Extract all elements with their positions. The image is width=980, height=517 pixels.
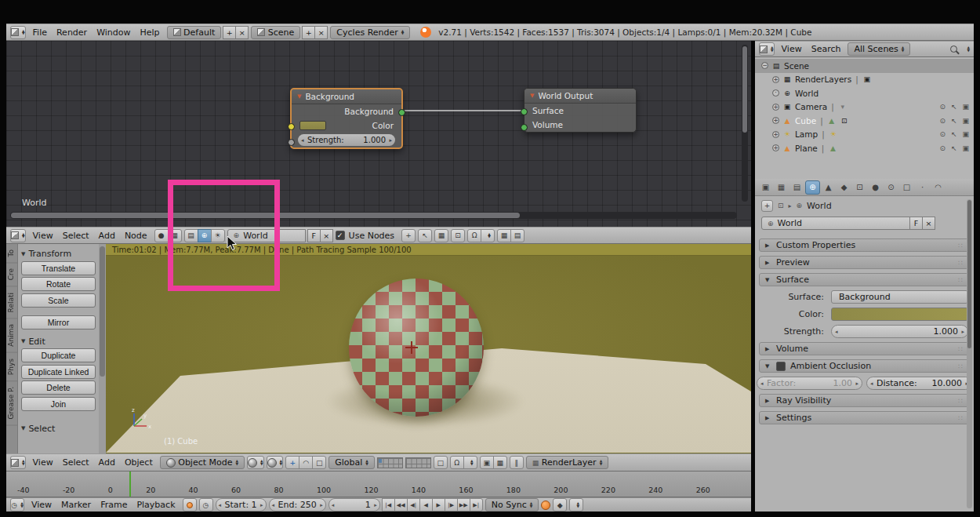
tree-item-label[interactable]: Plane [795,144,818,153]
ao-distance-slider[interactable]: Distance:10.000 [866,377,972,390]
filter-selector-icon[interactable] [967,46,970,52]
surface-input-socket[interactable] [521,108,528,115]
delete-scene-button[interactable]: × [314,26,328,39]
tool-shelf-tab[interactable]: Phys [6,353,17,381]
panel-ray-visibility[interactable]: ▶Ray Visibility∷ [759,394,970,407]
ao-factor-slider[interactable]: Factor:1.00 [757,377,862,390]
transport-button[interactable]: |▶ [445,498,458,512]
snap-element-selector[interactable] [463,456,477,469]
transport-button[interactable]: ◀◀ [394,498,408,512]
restrict-render-icon[interactable]: ▣ [962,144,969,152]
world-color-swatch[interactable] [831,308,968,321]
translate-manipulator-icon[interactable]: + [285,456,299,469]
rotate-manipulator-icon[interactable]: ◠ [299,456,313,469]
editor-type-button[interactable] [10,456,26,469]
menu-item[interactable]: Window [92,27,135,38]
volume-input-socket[interactable] [521,124,528,131]
scrollbar-thumb[interactable] [100,246,105,377]
tab-material[interactable]: ⊙ [884,180,898,195]
transport-button[interactable]: |◀ [382,498,395,512]
tree-item-label[interactable]: RenderLayers [795,75,851,84]
menu-item[interactable]: View [777,43,807,55]
snap-target-selector[interactable] [481,229,495,242]
background-node-header[interactable]: ▼ Background [292,89,401,104]
expand-icon[interactable]: + [772,117,779,124]
unlink-button[interactable]: × [922,217,935,230]
menu-item[interactable]: Select [58,230,94,242]
tool-button[interactable]: Translate [21,261,96,275]
menu-item[interactable]: Frame [96,499,132,511]
tab-render[interactable]: ▣ [758,180,773,195]
restrict-select-icon[interactable]: ↖ [951,144,957,152]
transform-section-header[interactable]: Transform [21,249,96,259]
transport-button[interactable]: ▶▶ [457,498,470,512]
parent-node-tree-icon[interactable]: ↖ [418,229,432,242]
start-frame-field[interactable]: Start: 1 [216,498,267,512]
menu-item[interactable]: Help [136,27,165,38]
editor-type-button[interactable] [10,26,26,39]
world-output-node-header[interactable]: ▼ World Output [524,89,636,104]
use-nodes-checkbox[interactable]: ✓ [336,231,345,240]
tab-modifiers[interactable]: ⊡ [852,180,867,195]
collapse-icon[interactable]: − [761,62,768,69]
snap-magnet-icon[interactable]: Ω [450,456,464,469]
editor-type-button[interactable]: ◷ [10,498,24,512]
panel-ambient-occlusion[interactable]: ▼Ambient Occlusion∷ [759,359,970,373]
menu-item[interactable]: Add [94,230,120,242]
mode-selector[interactable]: Object Mode [160,456,245,469]
outliner-row-world[interactable]: · ⊕ World [755,86,974,100]
end-frame-field[interactable]: End: 250 [269,498,326,512]
menu-item[interactable]: Node [120,230,152,242]
tab-scene[interactable]: ▤ [789,180,804,195]
tab-data[interactable]: ● [868,180,883,195]
menu-item[interactable]: File [28,27,52,38]
outliner-row-lamp[interactable]: + ☀ Lamp | ☀ ⊙ ↖ ▣ [755,128,974,142]
color-input-swatch[interactable] [299,121,326,130]
tool-button[interactable]: Duplicate [21,348,96,362]
render-still-icon[interactable]: ▣ [480,456,494,469]
expand-icon[interactable]: + [772,76,779,83]
add-layout-button[interactable]: + [223,26,236,39]
tool-shelf-tab[interactable]: Relati [6,287,17,319]
panel-surface[interactable]: ▼Surface∷ [759,273,970,286]
world-output-node[interactable]: ▼ World Output Surface Volume [524,88,637,133]
tab-texture[interactable]: □ [899,180,914,195]
tab-particles[interactable]: · [915,180,930,195]
tab-object[interactable]: ▲ [821,180,836,195]
tree-item-label[interactable]: Scene [784,61,809,71]
menu-item[interactable]: Object [120,457,158,468]
tool-shelf-tab[interactable]: Grease P. [6,381,17,426]
render-anim-icon[interactable]: ▦ [493,456,507,469]
mirror-button[interactable]: Mirror [21,315,96,329]
ao-checkbox[interactable] [776,362,786,371]
background-node[interactable]: ▼ Background Background Color Strength: … [290,88,403,149]
pin-node-tree-icon[interactable]: + [401,229,416,242]
outliner-row-camera[interactable]: + ▣ Camera | ▾ ⊙ ↖ ▣ [755,100,974,115]
record-button[interactable] [541,501,550,510]
delete-layout-button[interactable]: × [235,26,249,39]
pivot-point-selector[interactable] [267,456,284,469]
scene-selector[interactable]: Scene [251,26,300,39]
tool-button[interactable]: Join [21,397,96,411]
render-layer-selector[interactable]: ▦ RenderLayer [526,456,608,469]
transport-button[interactable]: ◀| [407,498,420,512]
hide-eye-icon[interactable]: ⊙ [939,144,946,152]
tree-item-label[interactable]: Camera [795,102,827,111]
panel-settings[interactable]: ▶Settings∷ [759,411,970,424]
expand-icon[interactable]: + [772,131,779,138]
node-editor-canvas[interactable]: ▼ Background Background Color Strength: … [6,41,751,227]
snap-magnet-icon[interactable]: Ω [467,229,481,242]
sequence-icon[interactable]: ‖ [510,456,524,469]
preview-range-icon[interactable] [183,498,197,512]
outliner-row-plane[interactable]: + ▲ Plane | ▲ ⊙ ↖ ▣ [755,141,974,155]
hide-eye-icon[interactable]: ⊙ [939,103,946,111]
transform-orientation-selector[interactable]: Global [328,456,375,469]
unlink-button[interactable]: × [320,229,333,242]
background-output-socket[interactable] [398,109,405,116]
tree-item-label[interactable]: Cube [795,116,816,126]
view-image-icon[interactable]: ▦ [434,229,448,242]
hide-eye-icon[interactable]: ⊙ [939,117,946,125]
world-name-field[interactable]: ⊕ World [761,217,910,230]
outliner-row-cube[interactable]: + ▲ Cube | ▲ ⊡ ⊙ ↖ ▣ [755,114,974,128]
layers-widget-right[interactable] [405,457,431,468]
